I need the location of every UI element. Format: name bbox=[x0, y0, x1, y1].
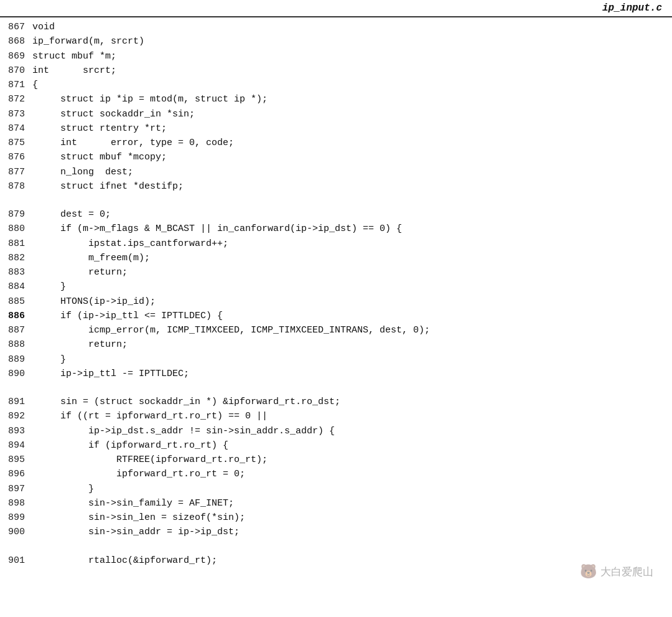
line-content: sin = (struct sockaddr_in *) &ipforward_… bbox=[32, 395, 672, 409]
line-number: 893 bbox=[0, 424, 32, 438]
line-content: struct ifnet *destifp; bbox=[32, 179, 672, 194]
line-number: 878 bbox=[0, 179, 32, 194]
code-line: 873 struct sockaddr_in *sin; bbox=[0, 107, 672, 121]
line-content: return; bbox=[32, 265, 672, 280]
line-number: 881 bbox=[0, 237, 32, 251]
line-number: 879 bbox=[0, 207, 32, 222]
code-line: 876 struct mbuf *mcopy; bbox=[0, 150, 672, 164]
code-line: 888 return; bbox=[0, 337, 672, 352]
line-content: ip->ip_ttl -= IPTTLDEC; bbox=[32, 367, 672, 381]
code-line: 867void bbox=[0, 20, 672, 34]
code-line: 881 ipstat.ips_cantforward++; bbox=[0, 237, 672, 251]
line-number: 897 bbox=[0, 482, 32, 496]
code-line: 877 n_long dest; bbox=[0, 165, 672, 179]
line-number: 901 bbox=[0, 553, 32, 568]
line-content: int error, type = 0, code; bbox=[32, 136, 672, 150]
line-content: sin->sin_addr = ip->ip_dst; bbox=[32, 525, 672, 539]
code-area: 867void868ip_forward(m, srcrt)869struct … bbox=[0, 19, 672, 569]
line-content: HTONS(ip->ip_id); bbox=[32, 294, 672, 309]
code-line: 899 sin->sin_len = sizeof(*sin); bbox=[0, 511, 672, 525]
line-content: } bbox=[32, 352, 672, 367]
code-line: 882 m_freem(m); bbox=[0, 251, 672, 265]
line-content: n_long dest; bbox=[32, 165, 672, 179]
code-line: 891 sin = (struct sockaddr_in *) &ipforw… bbox=[0, 395, 672, 409]
code-line: 895 RTFREE(ipforward_rt.ro_rt); bbox=[0, 453, 672, 467]
line-content: } bbox=[32, 482, 672, 496]
code-line: 883 return; bbox=[0, 265, 672, 280]
line-number: 890 bbox=[0, 367, 32, 381]
line-number: 873 bbox=[0, 107, 32, 121]
code-line: 869struct mbuf *m; bbox=[0, 49, 672, 64]
line-number: 880 bbox=[0, 222, 32, 236]
code-line: 878 struct ifnet *destifp; bbox=[0, 179, 672, 194]
code-line: 872 struct ip *ip = mtod(m, struct ip *)… bbox=[0, 92, 672, 106]
line-number: 896 bbox=[0, 467, 32, 481]
line-number: 889 bbox=[0, 352, 32, 367]
code-line: 871{ bbox=[0, 78, 672, 92]
line-content: RTFREE(ipforward_rt.ro_rt); bbox=[32, 453, 672, 467]
line-content: m_freem(m); bbox=[32, 251, 672, 265]
code-line: 886 if (ip->ip_ttl <= IPTTLDEC) { bbox=[0, 309, 672, 323]
code-line bbox=[0, 381, 672, 395]
code-line: 892 if ((rt = ipforward_rt.ro_rt) == 0 |… bbox=[0, 409, 672, 423]
line-number: 892 bbox=[0, 409, 32, 423]
code-line: 884 } bbox=[0, 280, 672, 294]
line-number: 877 bbox=[0, 165, 32, 179]
line-content: if (ip->ip_ttl <= IPTTLDEC) { bbox=[32, 309, 672, 323]
code-line: 885 HTONS(ip->ip_id); bbox=[0, 294, 672, 309]
code-line: 897 } bbox=[0, 482, 672, 496]
line-number: 868 bbox=[0, 34, 32, 49]
main-container: ip_input.c 867void868ip_forward(m, srcrt… bbox=[0, 0, 672, 617]
line-content: struct sockaddr_in *sin; bbox=[32, 107, 672, 121]
line-content: icmp_error(m, ICMP_TIMXCEED, ICMP_TIMXCE… bbox=[32, 323, 672, 337]
line-content: struct mbuf *mcopy; bbox=[32, 150, 672, 164]
line-number: 899 bbox=[0, 511, 32, 525]
line-number: 869 bbox=[0, 49, 32, 64]
line-number: 870 bbox=[0, 64, 32, 78]
line-number: 874 bbox=[0, 121, 32, 136]
line-content: } bbox=[32, 280, 672, 294]
line-number: 882 bbox=[0, 251, 32, 265]
line-content: struct mbuf *m; bbox=[32, 49, 672, 64]
code-line: 874 struct rtentry *rt; bbox=[0, 121, 672, 136]
line-content: if ((rt = ipforward_rt.ro_rt) == 0 || bbox=[32, 409, 672, 423]
line-number: 885 bbox=[0, 294, 32, 309]
line-number: 872 bbox=[0, 92, 32, 106]
line-number: 876 bbox=[0, 150, 32, 164]
line-number: 891 bbox=[0, 395, 32, 409]
line-number: 900 bbox=[0, 525, 32, 539]
line-number: 895 bbox=[0, 453, 32, 467]
line-number: 883 bbox=[0, 265, 32, 280]
code-line: 868ip_forward(m, srcrt) bbox=[0, 34, 672, 49]
code-line: 889 } bbox=[0, 352, 672, 367]
line-number: 871 bbox=[0, 78, 32, 92]
code-line: 870int srcrt; bbox=[0, 64, 672, 78]
line-content: struct ip *ip = mtod(m, struct ip *); bbox=[32, 92, 672, 106]
line-number: 894 bbox=[0, 438, 32, 453]
line-number: 888 bbox=[0, 337, 32, 352]
line-content: void bbox=[32, 20, 672, 34]
line-content: ipstat.ips_cantforward++; bbox=[32, 237, 672, 251]
line-number: 884 bbox=[0, 280, 32, 294]
code-line: 900 sin->sin_addr = ip->ip_dst; bbox=[0, 525, 672, 539]
header-bar: ip_input.c bbox=[0, 0, 672, 17]
code-line: 880 if (m->m_flags & M_BCAST || in_canfo… bbox=[0, 222, 672, 236]
line-content: ipforward_rt.ro_rt = 0; bbox=[32, 467, 672, 481]
line-content: return; bbox=[32, 337, 672, 352]
code-line: 875 int error, type = 0, code; bbox=[0, 136, 672, 150]
line-content: dest = 0; bbox=[32, 207, 672, 222]
code-line bbox=[0, 194, 672, 207]
code-line: 887 icmp_error(m, ICMP_TIMXCEED, ICMP_TI… bbox=[0, 323, 672, 337]
line-content: if (m->m_flags & M_BCAST || in_canforwar… bbox=[32, 222, 672, 236]
code-line: 894 if (ipforward_rt.ro_rt) { bbox=[0, 438, 672, 453]
line-content: sin->sin_family = AF_INET; bbox=[32, 496, 672, 511]
code-line: 893 ip->ip_dst.s_addr != sin->sin_addr.s… bbox=[0, 424, 672, 438]
code-line: 896 ipforward_rt.ro_rt = 0; bbox=[0, 467, 672, 481]
line-number: 867 bbox=[0, 20, 32, 34]
line-content: int srcrt; bbox=[32, 64, 672, 78]
line-content: ip_forward(m, srcrt) bbox=[32, 34, 672, 49]
line-content: struct rtentry *rt; bbox=[32, 121, 672, 136]
code-line: 879 dest = 0; bbox=[0, 207, 672, 222]
line-content: sin->sin_len = sizeof(*sin); bbox=[32, 511, 672, 525]
line-content: if (ipforward_rt.ro_rt) { bbox=[32, 438, 672, 453]
